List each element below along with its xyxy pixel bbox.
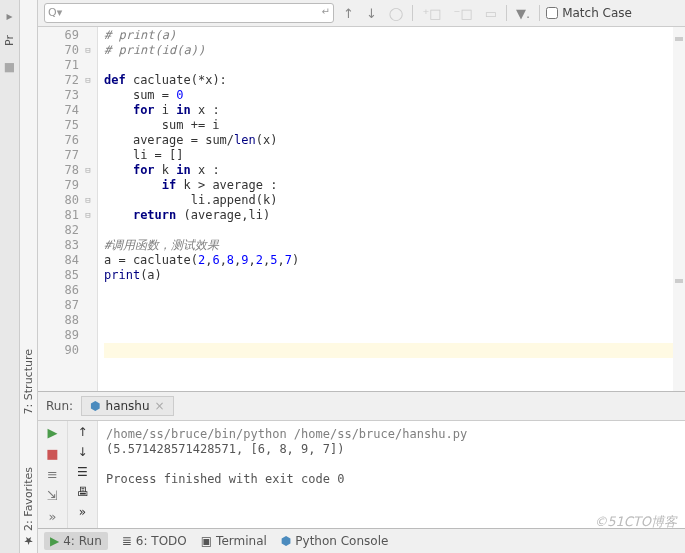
code-line[interactable] [104, 328, 685, 343]
line-gutter: 6970⊟7172⊟737475▸767778⊟7980⊟81⊟82838485… [38, 27, 98, 391]
console-line: (5.571428571428571, [6, 8, 9, 7]) [106, 442, 677, 457]
close-tab-icon[interactable]: × [155, 399, 165, 413]
fold-icon[interactable]: ⊟ [83, 210, 93, 220]
code-line[interactable] [104, 298, 685, 313]
gutter-line: 69 [38, 28, 79, 43]
add-selection-icon[interactable]: ⁺□ [419, 4, 444, 23]
sidebar-tab-project[interactable]: Pr [1, 27, 18, 54]
code-line[interactable]: a = cacluate(2,6,8,9,2,5,7) [104, 253, 685, 268]
select-occurrences-icon[interactable]: ▭ [482, 4, 500, 23]
code-line[interactable] [104, 343, 685, 358]
up-trace-icon[interactable]: ↑ [77, 425, 87, 439]
code-line[interactable]: # print(a) [104, 28, 685, 43]
code-line[interactable]: if k > average : [104, 178, 685, 193]
run-tab[interactable]: ⬢ hanshu × [81, 396, 174, 416]
code-line[interactable]: average = sum/len(x) [104, 133, 685, 148]
gutter-line: 79 [38, 178, 79, 193]
run-play-icon: ▶ [50, 534, 59, 548]
todo-icon: ≣ [122, 534, 132, 548]
run-toolbar-left: ▶ ■ ≡ ⇲ » [38, 421, 68, 528]
remove-selection-icon[interactable]: ⁻□ [451, 4, 476, 23]
run-toolbar-right: ↑ ↓ ☰ 🖶 » [68, 421, 98, 528]
code-line[interactable] [104, 223, 685, 238]
gutter-line: 78⊟ [38, 163, 79, 178]
code-editor[interactable]: 6970⊟7172⊟737475▸767778⊟7980⊟81⊟82838485… [38, 27, 685, 391]
fold-icon[interactable]: ⊟ [83, 45, 93, 55]
code-line[interactable]: for k in x : [104, 163, 685, 178]
gutter-line: 84 [38, 253, 79, 268]
print-icon[interactable]: 🖶 [77, 485, 89, 499]
bottom-tab-todo[interactable]: ≣ 6: TODO [122, 534, 187, 548]
divider [506, 5, 507, 21]
gutter-line: 74 [38, 103, 79, 118]
console-line: Process finished with exit code 0 [106, 472, 677, 487]
fold-icon[interactable]: ⊟ [83, 165, 93, 175]
run-tool-window: Run: ⬢ hanshu × ▶ ■ ≡ ⇲ » ↑ ↓ ☰ [38, 391, 685, 528]
code-line[interactable]: sum = 0 [104, 88, 685, 103]
divider [539, 5, 540, 21]
code-content[interactable]: # print(a)# print(id(a))def cacluate(*x)… [98, 27, 685, 391]
match-case-input[interactable] [546, 7, 558, 19]
console-line [106, 457, 677, 472]
fold-icon[interactable]: ⊟ [83, 195, 93, 205]
gutter-line: 83 [38, 238, 79, 253]
down-trace-icon[interactable]: ↓ [77, 445, 87, 459]
gutter-line: 72⊟ [38, 73, 79, 88]
more-icon-2[interactable]: » [79, 505, 86, 519]
python-icon: ⬢ [281, 534, 291, 548]
stop-icon[interactable]: ■ [46, 446, 58, 461]
gutter-line: 86 [38, 283, 79, 298]
left-tool-column: ▸ Pr ■ [0, 0, 20, 553]
search-icon: Q▾ [48, 6, 62, 19]
code-line[interactable]: for i in x : [104, 103, 685, 118]
divider [412, 5, 413, 21]
code-line[interactable]: return (average,li) [104, 208, 685, 223]
left-labels-column: 7: Structure ★ 2: Favorites [20, 0, 38, 553]
gutter-line: 87 [38, 298, 79, 313]
bottom-tab-run[interactable]: ▶ 4: Run [44, 532, 108, 550]
gutter-line: 70⊟ [38, 43, 79, 58]
code-line[interactable]: # print(id(a)) [104, 43, 685, 58]
project-icon[interactable]: ▸ [6, 9, 12, 23]
search-input[interactable] [44, 3, 334, 23]
filter-icon[interactable]: ▼. [513, 4, 533, 23]
prev-match-icon[interactable]: ↑ [340, 4, 357, 23]
folder-icon[interactable]: ■ [4, 60, 15, 74]
fold-icon[interactable]: ⊟ [83, 75, 93, 85]
gutter-line: 75▸ [38, 118, 79, 133]
gutter-line: 73 [38, 88, 79, 103]
code-line[interactable]: print(a) [104, 268, 685, 283]
code-line[interactable]: #调用函数，测试效果 [104, 238, 685, 253]
code-line[interactable]: def cacluate(*x): [104, 73, 685, 88]
soft-wrap-icon[interactable]: ☰ [77, 465, 88, 479]
gutter-line: 80⊟ [38, 193, 79, 208]
gutter-line: 89 [38, 328, 79, 343]
terminal-icon: ▣ [201, 534, 212, 548]
next-match-icon[interactable]: ↓ [363, 4, 380, 23]
enter-icon: ↵ [322, 6, 330, 17]
more-icon[interactable]: » [49, 509, 57, 524]
select-all-icon[interactable]: ◯ [386, 4, 407, 23]
rerun-icon[interactable]: ▶ [48, 425, 58, 440]
code-line[interactable] [104, 313, 685, 328]
console-output[interactable]: /home/ss/bruce/bin/python /home/ss/bruce… [98, 421, 685, 528]
bottom-tab-terminal[interactable]: ▣ Terminal [201, 534, 267, 548]
match-case-checkbox[interactable]: Match Case [546, 6, 632, 20]
gutter-line: 76 [38, 133, 79, 148]
sidebar-tab-favorites[interactable]: ★ 2: Favorites [20, 461, 37, 553]
code-line[interactable]: li.append(k) [104, 193, 685, 208]
code-line[interactable] [104, 58, 685, 73]
watermark: ©51CTO博客 [594, 513, 677, 531]
layout-icon[interactable]: ≡ [47, 467, 58, 482]
bottom-tab-python-console[interactable]: ⬢ Python Console [281, 534, 389, 548]
sidebar-tab-structure[interactable]: 7: Structure [20, 343, 37, 420]
code-line[interactable]: li = [] [104, 148, 685, 163]
gutter-line: 82 [38, 223, 79, 238]
run-header: Run: ⬢ hanshu × [38, 392, 685, 421]
pin-icon[interactable]: ⇲ [47, 488, 58, 503]
star-icon: ★ [22, 534, 35, 547]
match-case-label: Match Case [562, 6, 632, 20]
code-line[interactable] [104, 283, 685, 298]
gutter-line: 81⊟ [38, 208, 79, 223]
code-line[interactable]: sum += i [104, 118, 685, 133]
